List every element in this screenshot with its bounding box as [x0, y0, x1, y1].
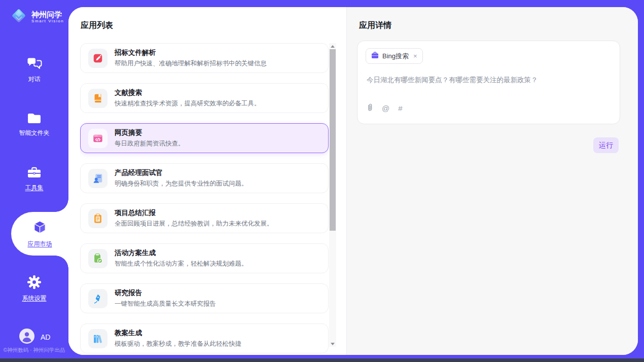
hash-icon[interactable]: #: [398, 104, 402, 112]
app-card-description: 全面回顾项目进展，总结经验教训，助力未来优化发展。: [115, 220, 273, 228]
app-card[interactable]: 文献搜索 快速精准查找学术资源，提高研究效率的必备工具。: [80, 83, 329, 113]
sidebar: 神州问学 Smart Vision 对话 智能文件夹: [0, 0, 68, 362]
app-card[interactable]: 活动方案生成 智能生成个性化活动方案，轻松解决规划难题。: [80, 243, 329, 273]
browser-code-icon: [88, 129, 108, 148]
folder-icon: [27, 117, 42, 126]
app-card-description: 每日政府新闻资讯快查。: [115, 139, 185, 148]
scrollbar-down-arrow[interactable]: [329, 341, 336, 347]
app-card-title: 项目总结汇报: [115, 208, 273, 218]
app-card-title: 活动方案生成: [115, 248, 248, 258]
sidebar-item-smart-folder[interactable]: 智能文件夹: [0, 113, 68, 137]
app-card-description: 快速精准查找学术资源，提高研究效率的必备工具。: [115, 99, 261, 108]
app-card-title: 文献搜索: [115, 88, 261, 97]
app-window: 神州问学 Smart Vision 对话 智能文件夹: [0, 0, 644, 362]
app-card-description: 智能生成个性化活动方案，轻松解决规划难题。: [115, 260, 248, 268]
logo-title: 神州问学: [31, 10, 64, 19]
app-card-title: 研究报告: [115, 288, 216, 298]
sidebar-item-label: 对话: [0, 75, 68, 84]
logo-diamond-icon: [9, 6, 28, 27]
sidebar-item-settings[interactable]: 系统设置: [0, 275, 68, 303]
app-card-title: 招标文件解析: [115, 48, 267, 57]
books-icon: [88, 329, 108, 348]
logo: 神州问学 Smart Vision: [9, 6, 64, 27]
tool-tag-bing-search[interactable]: Bing搜索 ×: [366, 48, 423, 64]
triangle-down-icon: [331, 343, 335, 345]
app-card[interactable]: 招标文件解析 帮助用户快速、准确地理解和解析招标书中的关键信息: [80, 43, 329, 73]
app-card-title: 网页摘要: [115, 128, 185, 137]
scrollbar-up-arrow[interactable]: [329, 43, 336, 49]
app-card[interactable]: 项目总结汇报 全面回顾项目进展，总结经验教训，助力未来优化发展。: [80, 203, 329, 233]
clipboard-icon: [88, 209, 108, 228]
sidebar-item-app-market[interactable]: 应用市场: [11, 212, 68, 256]
app-card[interactable]: 教案生成 模板驱动，教案秒成，教学准备从此轻松快捷: [80, 323, 329, 353]
cube-icon: [31, 219, 48, 238]
briefcase-icon: [371, 52, 379, 60]
bottom-bar: [0, 358, 644, 362]
avatar: [19, 329, 34, 345]
app-card[interactable]: 研究报告 一键智能生成高质量长文本研究报告: [80, 283, 329, 313]
edit-document-icon: [88, 49, 108, 68]
scrollbar-thumb[interactable]: [330, 49, 336, 231]
triangle-up-icon: [331, 45, 335, 48]
app-card-description: 模板驱动，教案秒成，教学准备从此轻松快捷: [115, 340, 241, 348]
prompt-card: Bing搜索 × 今日湖北有哪些新闻要点？有哪些需要关注的最新政策？ @ #: [357, 41, 620, 124]
sidebar-item-label: 智能文件夹: [0, 129, 68, 137]
user-name: AD: [41, 333, 50, 341]
sidebar-item-label: 系统设置: [0, 294, 68, 303]
app-card-title: 产品经理面试官: [115, 168, 248, 177]
chat-icon: [27, 63, 42, 72]
app-card-title: 教案生成: [115, 329, 241, 338]
book-icon: [88, 89, 108, 108]
app-detail-title: 应用详情: [359, 20, 391, 31]
sidebar-item-label: 工具集: [0, 184, 68, 192]
sidebar-item-chat[interactable]: 对话: [0, 57, 68, 84]
sidebar-item-label: 应用市场: [28, 240, 52, 248]
app-card-description: 帮助用户快速、准确地理解和解析招标书中的关键信息: [115, 59, 267, 68]
app-list-title: 应用列表: [81, 20, 113, 31]
person-document-icon: [88, 169, 108, 188]
run-button[interactable]: 运行: [593, 137, 619, 153]
main-content: 应用列表 招标文件解析 帮助用户快速、准确地理解和解析招标书中的关键信息 文献搜…: [68, 7, 638, 355]
tool-tag-label: Bing搜索: [382, 52, 409, 61]
app-list-panel: 应用列表 招标文件解析 帮助用户快速、准确地理解和解析招标书中的关键信息 文献搜…: [68, 7, 346, 355]
app-card-description: 一键智能生成高质量长文本研究报告: [115, 300, 216, 308]
app-card[interactable]: 网页摘要 每日政府新闻资讯快查。: [80, 123, 329, 153]
app-card[interactable]: 产品经理面试官 明确身份和职责，为您提供专业性的面试问题。: [80, 163, 329, 193]
clipboard-check-icon: [88, 249, 108, 268]
app-list: 招标文件解析 帮助用户快速、准确地理解和解析招标书中的关键信息 文献搜索 快速精…: [80, 43, 329, 355]
app-detail-panel: 应用详情 Bing搜索 × 今日湖北有哪些新闻要点？有哪些需要关注的最新政策？: [346, 7, 638, 355]
attachment-icon[interactable]: [367, 103, 373, 114]
user-profile[interactable]: AD: [19, 329, 50, 345]
toolbox-icon: [27, 172, 42, 180]
sidebar-item-toolset[interactable]: 工具集: [0, 166, 68, 192]
pen-ink-icon: [88, 289, 108, 308]
mention-icon[interactable]: @: [382, 104, 389, 112]
prompt-input[interactable]: 今日湖北有哪些新闻要点？有哪些需要关注的最新政策？: [367, 76, 611, 85]
close-icon[interactable]: ×: [413, 52, 417, 60]
input-toolbar: @ #: [367, 103, 403, 114]
logo-subtitle: Smart Vision: [31, 19, 64, 23]
app-list-scrollbar[interactable]: [329, 43, 336, 347]
copyright: ©神州数码 · 神州问学出品: [0, 347, 68, 354]
gear-icon: [27, 282, 42, 291]
app-card-description: 明确身份和职责，为您提供专业性的面试问题。: [115, 179, 248, 188]
